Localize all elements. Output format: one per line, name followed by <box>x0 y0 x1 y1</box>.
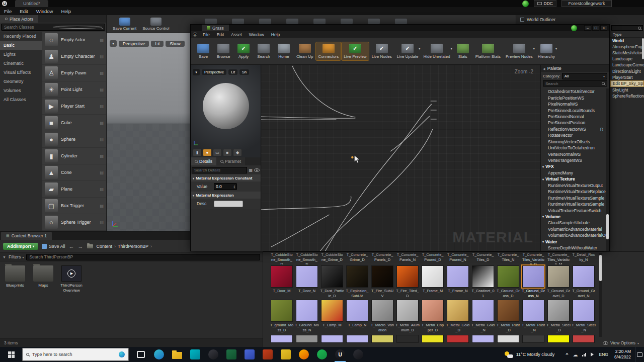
visibility-filter-icon[interactable] <box>254 168 260 172</box>
place-actors-tab[interactable]: Place Actors <box>0 15 38 23</box>
desc-input[interactable] <box>214 201 243 207</box>
onedrive-icon[interactable]: ☁ <box>573 352 578 357</box>
palette-item[interactable]: ▾ PixelNormalWS <box>541 101 609 107</box>
texture-asset[interactable] <box>269 335 294 343</box>
texture-asset[interactable]: T_Fire_Tiled_D <box>395 265 420 299</box>
breadcrumb-item[interactable]: Content <box>97 244 113 249</box>
texture-asset[interactable] <box>319 335 345 343</box>
actor-empty-actor[interactable]: ◌ Empty Actor ▤ <box>42 32 106 48</box>
texture-scrollbar[interactable] <box>599 255 602 281</box>
palette-header[interactable]: ◀ Palette <box>541 65 609 72</box>
level-viewport[interactable]: ▾ Perspective Lit Show <box>107 33 190 231</box>
toolbar-button-partial[interactable] <box>368 19 380 24</box>
browse-button[interactable]: ▾ Browse <box>214 42 233 60</box>
texture-asset[interactable]: T_Lamp_N <box>345 300 370 333</box>
outliner-scrollbar[interactable] <box>642 38 644 59</box>
menu-item[interactable]: File <box>0 9 16 14</box>
texture-asset[interactable]: T_Lamp_M <box>319 300 345 333</box>
maximize-button[interactable]: □ <box>592 25 599 31</box>
back-button[interactable]: ← <box>69 243 74 249</box>
menu-item[interactable]: Window <box>32 9 57 14</box>
unreal-icon[interactable]: U <box>331 347 349 362</box>
menu-item[interactable]: Edit <box>16 9 32 14</box>
palette-item[interactable]: ▾ SkinningVertexOffsets <box>541 139 609 145</box>
add-import-button[interactable]: Add/Import ▾ <box>3 243 38 250</box>
texture-asset[interactable]: T_Metal_Copper_D <box>420 300 445 333</box>
texture-label[interactable]: T_Concrete_Poured_D <box>420 252 445 264</box>
lit-button[interactable]: Lit <box>228 69 237 75</box>
viewport-options-button[interactable]: ▾ <box>110 40 117 47</box>
texture-label[interactable]: T_CobbleStone_Smooth_D <box>269 252 294 264</box>
world-outliner-header[interactable]: World Outliner <box>516 15 644 24</box>
actor-category[interactable]: Volumes <box>0 86 42 95</box>
texture-label[interactable]: T_Concrete_Tiles_Variation_D <box>521 252 546 264</box>
actor-empty-pawn[interactable]: ♙ Empty Pawn ▤ <box>42 65 106 81</box>
show-hidden-icons-button[interactable]: ^ <box>566 352 568 357</box>
material-titlebar[interactable]: Grass – □ × <box>191 25 609 31</box>
palette-item[interactable]: ▾ RotateVector <box>541 132 609 138</box>
actor-sphere-trigger[interactable]: ○ Sphere Trigger ▤ <box>42 214 106 231</box>
palette-search[interactable]: Search <box>541 80 609 88</box>
palette-item[interactable]: ▾ VolumetricAdvancedMaterial <box>541 226 609 232</box>
asset-blueprints-folder[interactable]: ▶ Blueprints <box>3 265 27 288</box>
spinner-icon[interactable]: ▴▾ <box>233 185 235 189</box>
outliner-row[interactable]: Edit BP_Sky_Sph <box>610 80 644 87</box>
palette-item[interactable]: ▾ ReflectionVectorWS R <box>541 126 609 132</box>
grid-view-icon[interactable]: ▦ <box>249 168 253 172</box>
palette-item[interactable]: ▾ SceneDepthWithoutWater <box>541 245 609 251</box>
texture-asset[interactable]: T_Dust_Particle_D <box>319 265 345 299</box>
category-dropdown[interactable]: All ▾ <box>562 73 607 79</box>
palette-item[interactable]: ▾ Water <box>541 239 609 245</box>
outliner-search[interactable] <box>610 24 644 32</box>
stats-button[interactable]: ▾ Stats <box>453 42 472 60</box>
edge-icon[interactable] <box>150 347 168 362</box>
texture-asset[interactable] <box>345 335 370 343</box>
file-explorer-icon[interactable] <box>168 347 186 362</box>
toolbar-button-partial[interactable] <box>232 19 244 24</box>
actor-category[interactable]: Lights <box>0 50 42 59</box>
actor-category[interactable]: Cinematic <box>0 59 42 68</box>
texture-label[interactable]: T_Detail_Rocky_N <box>571 252 596 264</box>
weather-widget[interactable]: 11°C Mostly cloudy <box>505 351 554 358</box>
home-button[interactable]: ▾ Home <box>274 42 293 60</box>
texture-asset[interactable] <box>420 335 445 343</box>
actor-category[interactable]: Geometry <box>0 77 42 86</box>
live-nodes-button[interactable]: ✓ ▾ Live Nodes <box>370 42 394 60</box>
palette-item[interactable]: ▾ PreSkinnedNormal <box>541 114 609 120</box>
hide-unrelated-button[interactable]: ▾ Hide Unrelated <box>421 42 452 60</box>
texture-asset[interactable] <box>395 335 420 343</box>
outliner-type-header[interactable]: Type <box>610 32 644 38</box>
outliner-row[interactable]: DirectionalLight <box>610 68 644 74</box>
outliner-row[interactable]: Landscape <box>610 56 644 62</box>
content-search-input[interactable]: Search ThirdPersonBP <box>26 254 260 260</box>
toolbar-button-partial[interactable] <box>395 19 407 24</box>
place-actors-search[interactable]: Search Classes <box>0 23 106 32</box>
texture-label[interactable]: T_Concrete_Panels_N <box>395 252 420 264</box>
menu-item[interactable]: Edit <box>213 32 228 37</box>
asset-thirdperson-overview[interactable]: ▶ ThirdPerson Overview <box>59 265 84 293</box>
firefox-icon[interactable] <box>295 347 313 362</box>
material-graph-canvas[interactable]: Zoom -2 MATERIAL <box>261 65 540 251</box>
save-button[interactable]: ▾ Save <box>194 42 213 60</box>
outliner-row[interactable]: PlayerStart <box>610 74 644 80</box>
actor-cube[interactable]: ■ Cube ▤ <box>42 115 106 131</box>
start-button[interactable] <box>0 347 22 362</box>
actor-category[interactable]: Visual Effects <box>0 68 42 77</box>
clean-up-button[interactable]: ▾ Clean Up <box>294 42 315 60</box>
outliner-row[interactable]: World <box>610 38 644 44</box>
texture-asset[interactable]: T_Ground_Gravel_D <box>546 265 571 299</box>
sticky-notes-icon[interactable] <box>277 347 295 362</box>
actor-player-start[interactable]: ▶ Player Start ▤ <box>42 98 106 115</box>
hierarchy-button[interactable]: ▾ Hierarchy <box>536 42 557 60</box>
action-center-button[interactable] <box>635 347 644 362</box>
texture-asset[interactable]: T_Ground_Gravel_N <box>571 265 596 299</box>
filters-button[interactable]: Filters▾ <box>9 254 24 259</box>
palette-item[interactable]: ▾ UnitVectorToOctahedron <box>541 145 609 151</box>
actor-category[interactable]: All Classes <box>0 95 42 104</box>
taskbar-search-input[interactable]: Type here to search <box>22 348 129 361</box>
viewport-options-button[interactable]: ▾ <box>193 69 200 75</box>
cylinder-preview-button[interactable]: ▮ <box>193 149 202 156</box>
material-tab[interactable]: Grass <box>202 25 229 31</box>
live-preview-button[interactable]: ✓ ▾ Live Preview <box>342 42 368 60</box>
obs-studio-icon[interactable] <box>349 347 367 362</box>
